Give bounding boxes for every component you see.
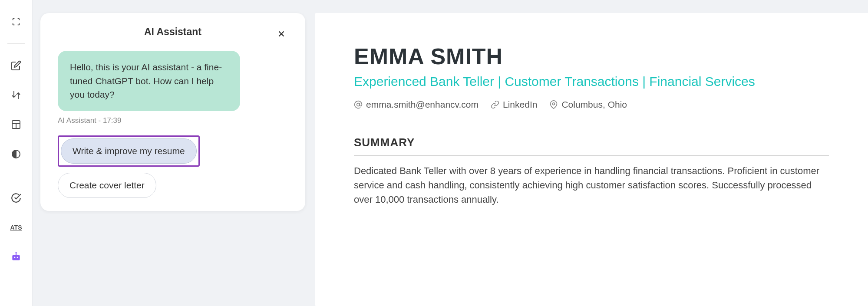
chat-panel: AI Assistant Hello, this is your AI assi… bbox=[40, 13, 305, 211]
divider bbox=[7, 176, 25, 176]
write-resume-button[interactable]: Write & improve my resume bbox=[61, 138, 197, 164]
resume-contact: emma.smith@enhancv.com LinkedIn Columbus… bbox=[354, 99, 829, 110]
ats-label: ATS bbox=[10, 224, 22, 231]
close-icon bbox=[277, 29, 286, 39]
chat-title: AI Assistant bbox=[144, 26, 201, 38]
sort-icon[interactable] bbox=[7, 86, 25, 104]
edit-icon[interactable] bbox=[7, 57, 25, 74]
at-icon bbox=[354, 100, 363, 109]
svg-point-8 bbox=[15, 252, 17, 253]
location-icon bbox=[549, 100, 558, 109]
cover-letter-button[interactable]: Create cover letter bbox=[58, 173, 156, 198]
svg-rect-4 bbox=[12, 255, 20, 260]
location-text: Columbus, Ohio bbox=[561, 99, 627, 110]
close-button[interactable] bbox=[275, 26, 288, 43]
resume-name: EMMA SMITH bbox=[354, 43, 829, 69]
contrast-icon[interactable] bbox=[7, 145, 25, 163]
contact-email: emma.smith@enhancv.com bbox=[354, 99, 479, 110]
link-icon bbox=[491, 100, 499, 109]
svg-point-12 bbox=[553, 102, 555, 105]
divider bbox=[7, 43, 25, 44]
summary-section: SUMMARY Dedicated Bank Teller with over … bbox=[354, 136, 829, 207]
svg-point-6 bbox=[17, 257, 18, 258]
linkedin-text: LinkedIn bbox=[503, 99, 537, 110]
bot-icon[interactable] bbox=[7, 248, 25, 266]
check-icon[interactable] bbox=[7, 189, 25, 207]
layout-icon[interactable] bbox=[7, 116, 25, 133]
action-buttons: Write & improve my resume Create cover l… bbox=[58, 135, 288, 198]
contact-linkedin[interactable]: LinkedIn bbox=[491, 99, 537, 110]
fullscreen-icon[interactable] bbox=[7, 13, 25, 30]
summary-text: Dedicated Bank Teller with over 8 years … bbox=[354, 164, 829, 207]
chat-header: AI Assistant bbox=[58, 26, 288, 38]
sidebar: ATS bbox=[0, 0, 33, 306]
contact-location: Columbus, Ohio bbox=[549, 99, 627, 110]
resume-panel: EMMA SMITH Experienced Bank Teller | Cus… bbox=[315, 13, 868, 306]
summary-title: SUMMARY bbox=[354, 136, 829, 156]
svg-point-11 bbox=[357, 103, 360, 106]
svg-point-5 bbox=[14, 257, 15, 258]
ats-icon[interactable]: ATS bbox=[7, 219, 25, 236]
message-meta: AI Assistant - 17:39 bbox=[58, 116, 288, 125]
assistant-message: Hello, this is your AI assistant - a fin… bbox=[58, 51, 240, 111]
email-text: emma.smith@enhancv.com bbox=[366, 99, 479, 110]
resume-tagline: Experienced Bank Teller | Customer Trans… bbox=[354, 73, 829, 91]
highlight-frame: Write & improve my resume bbox=[58, 135, 200, 167]
